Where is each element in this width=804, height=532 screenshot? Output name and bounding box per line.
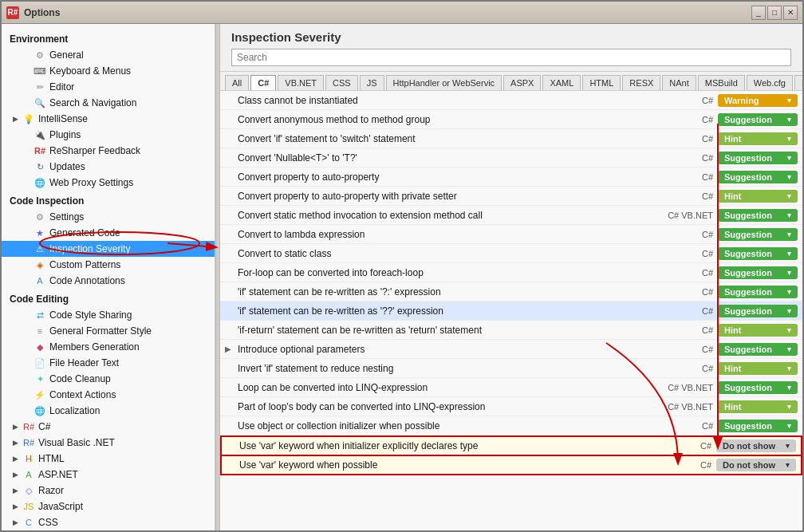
sidebar-item-general-formatter[interactable]: ≡ General Formatter Style [2, 323, 215, 339]
table-row-do-not-show: Use 'var' keyword when possible C# Do no… [220, 456, 802, 475]
badge-dropdown-arrow: ▾ [787, 269, 791, 277]
sidebar-item-intellisense[interactable]: ▶ 💡 IntelliSense [2, 111, 215, 127]
severity-badge[interactable]: Suggestion ▾ [718, 171, 798, 183]
expand-placeholder [225, 306, 238, 315]
title-bar: R# Options _ □ ✕ [2, 2, 802, 24]
right-panel: Inspection Severity All C# VB.NET CSS JS… [220, 24, 802, 530]
expand-icon[interactable]: ▶ [225, 345, 238, 353]
severity-badge[interactable]: Suggestion ▾ [718, 113, 798, 126]
sidebar-item-search-navigation[interactable]: 🔍 Search & Navigation [2, 95, 215, 111]
sidebar-item-plugins[interactable]: 🔌 Plugins [2, 127, 215, 143]
severity-badge[interactable]: Suggestion ▾ [718, 286, 798, 298]
sidebar-item-code-cleanup[interactable]: ✦ Code Cleanup [2, 371, 215, 387]
sidebar-item-context-actions[interactable]: ⚡ Context Actions [2, 387, 215, 403]
badge-dropdown-arrow: ▾ [787, 211, 791, 219]
severity-badge[interactable]: Suggestion ▾ [718, 266, 798, 279]
sidebar-item-resharper-feedback[interactable]: R# ReSharper Feedback [2, 143, 215, 159]
severity-badge[interactable]: Hint ▾ [718, 362, 798, 375]
row-lang: C# [678, 191, 718, 201]
tab-nant[interactable]: NAnt [662, 75, 696, 90]
sidebar-item-keyboard-menus[interactable]: ⌨ Keyboard & Menus [2, 63, 215, 79]
tab-js[interactable]: JS [360, 75, 384, 90]
tab-webcfg[interactable]: Web.cfg [747, 75, 793, 90]
row-name: Invert 'if' statement to reduce nesting [238, 363, 678, 374]
severity-badge[interactable]: Suggestion ▾ [718, 209, 798, 222]
section-code-inspection: Code Inspection [2, 191, 215, 209]
tab-vbnet[interactable]: VB.NET [278, 75, 324, 90]
sidebar-item-aspnet[interactable]: ▶ A ASP.NET [2, 467, 215, 483]
custom-icon: ◈ [34, 258, 46, 271]
table-row: Invert 'if' statement to reduce nesting … [220, 359, 802, 378]
severity-badge[interactable]: Hint ▾ [718, 324, 798, 337]
sidebar-item-razor[interactable]: ▶ ◇ Razor [2, 483, 215, 499]
severity-badge[interactable]: Suggestion ▾ [718, 343, 798, 356]
tab-csharp[interactable]: C# [250, 75, 276, 90]
table-row: Convert property to auto-property with p… [220, 187, 802, 206]
sidebar-item-custom-patterns[interactable]: ◈ Custom Patterns [2, 257, 215, 273]
tab-aspx[interactable]: ASPX [503, 75, 541, 90]
tab-css[interactable]: CSS [325, 75, 358, 90]
row-lang: C# [678, 96, 718, 105]
formatter-icon: ≡ [34, 325, 46, 337]
sidebar-item-editor[interactable]: ✏ Editor [2, 79, 215, 95]
severity-badge[interactable]: Suggestion ▾ [718, 420, 798, 432]
html-icon: H [22, 452, 35, 465]
tab-all[interactable]: All [225, 75, 249, 90]
table-row: 'if-return' statement can be re-written … [220, 321, 802, 340]
csharp-icon: R# [22, 420, 35, 433]
severity-badge[interactable]: Suggestion ▾ [718, 305, 798, 317]
badge-dropdown-arrow: ▾ [787, 250, 791, 258]
table-row: Use object or collection initializer whe… [220, 416, 802, 435]
severity-badge[interactable]: Suggestion ▾ [718, 152, 798, 164]
sidebar-item-inspection-severity[interactable]: ⚠ Inspection Severity [2, 241, 215, 257]
sidebar-item-code-style-sharing[interactable]: ⇄ Code Style Sharing [2, 307, 215, 323]
severity-badge[interactable]: Warning ▾ [718, 94, 798, 107]
sidebar-item-generated-code[interactable]: ★ Generated Code [2, 225, 215, 241]
severity-badge[interactable]: Suggestion ▾ [718, 247, 798, 260]
tab-razor[interactable]: Razo [794, 75, 802, 90]
tab-msbuild[interactable]: MSBuild [698, 75, 745, 90]
sidebar-item-settings[interactable]: ⚙ Settings [2, 209, 215, 225]
severity-badge[interactable]: Do not show ▾ [716, 439, 796, 452]
inspection-table: Class cannot be instantiated C# Warning … [220, 91, 802, 530]
tab-xaml[interactable]: XAML [542, 75, 581, 90]
search-input[interactable] [231, 49, 791, 66]
tab-httphandler[interactable]: HttpHandler or WebServic [386, 75, 503, 90]
sidebar-item-general[interactable]: ⚙ General [2, 47, 215, 63]
row-lang: C# [676, 460, 716, 470]
expand-placeholder [21, 161, 32, 172]
sidebar-item-file-header-text[interactable]: 📄 File Header Text [2, 355, 215, 371]
table-row: Convert property to auto-property C# Sug… [220, 167, 802, 187]
severity-badge[interactable]: Hint ▾ [718, 400, 798, 413]
minimize-button[interactable]: _ [751, 6, 766, 20]
expand-placeholder [227, 442, 239, 451]
sidebar-item-code-annotations[interactable]: A Code Annotations [2, 273, 215, 289]
sidebar-item-csharp[interactable]: ▶ R# C# [2, 419, 215, 435]
sidebar-item-updates[interactable]: ↻ Updates [2, 159, 215, 175]
severity-badge[interactable]: Suggestion ▾ [718, 228, 798, 241]
severity-badge[interactable]: Do not show ▾ [716, 459, 796, 471]
sidebar-item-web-proxy[interactable]: 🌐 Web Proxy Settings [2, 175, 215, 191]
severity-badge[interactable]: Hint ▾ [718, 190, 798, 203]
js-icon: JS [22, 500, 35, 513]
row-lang: C# [678, 115, 718, 124]
close-button[interactable]: ✕ [783, 6, 798, 20]
tab-resx[interactable]: RESX [622, 75, 660, 90]
panel-title: Inspection Severity [231, 30, 791, 44]
plugins-icon: 🔌 [34, 128, 46, 141]
expand-placeholder [225, 364, 238, 372]
sidebar-item-javascript[interactable]: ▶ JS JavaScript [2, 499, 215, 514]
sidebar-item-html[interactable]: ▶ H HTML [2, 451, 215, 467]
table-row: Class cannot be instantiated C# Warning … [220, 91, 802, 110]
tab-html[interactable]: HTML [582, 75, 621, 90]
left-panel: Environment ⚙ General ⌨ Keyboard & Menus… [2, 24, 215, 530]
severity-badge[interactable]: Hint ▾ [718, 132, 798, 145]
sidebar-item-css[interactable]: ▶ C CSS [2, 514, 215, 530]
maximize-button[interactable]: □ [767, 6, 782, 20]
sidebar-item-members-generation[interactable]: ◆ Members Generation [2, 339, 215, 355]
sidebar-item-vbnet[interactable]: ▶ R# Visual Basic .NET [2, 435, 215, 451]
severity-badge[interactable]: Suggestion ▾ [718, 381, 798, 394]
expand-icon-html: ▶ [10, 453, 21, 464]
row-lang: C# [678, 287, 718, 297]
sidebar-item-localization[interactable]: 🌐 Localization [2, 403, 215, 419]
